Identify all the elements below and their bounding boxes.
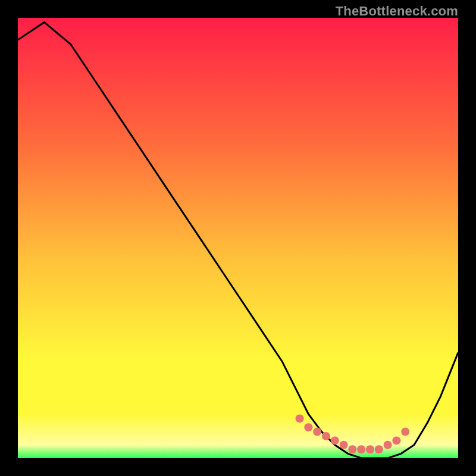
- optimal-dot: [392, 436, 400, 444]
- optimal-dot: [322, 432, 330, 440]
- gradient-background: [18, 18, 458, 458]
- optimal-dot: [384, 441, 392, 449]
- watermark-text: TheBottleneck.com: [336, 4, 458, 19]
- optimal-dot: [304, 423, 312, 431]
- plot-area: [18, 18, 458, 458]
- optimal-dot: [313, 428, 321, 436]
- optimal-dot: [366, 445, 374, 453]
- chart-frame: TheBottleneck.com: [0, 0, 476, 476]
- chart-svg: [18, 18, 458, 458]
- optimal-dot: [375, 445, 383, 453]
- optimal-dot: [357, 445, 365, 453]
- optimal-dot: [348, 445, 356, 453]
- optimal-dot: [331, 436, 339, 444]
- optimal-dot: [296, 414, 304, 422]
- optimal-dot: [340, 441, 348, 449]
- optimal-dot: [401, 428, 409, 436]
